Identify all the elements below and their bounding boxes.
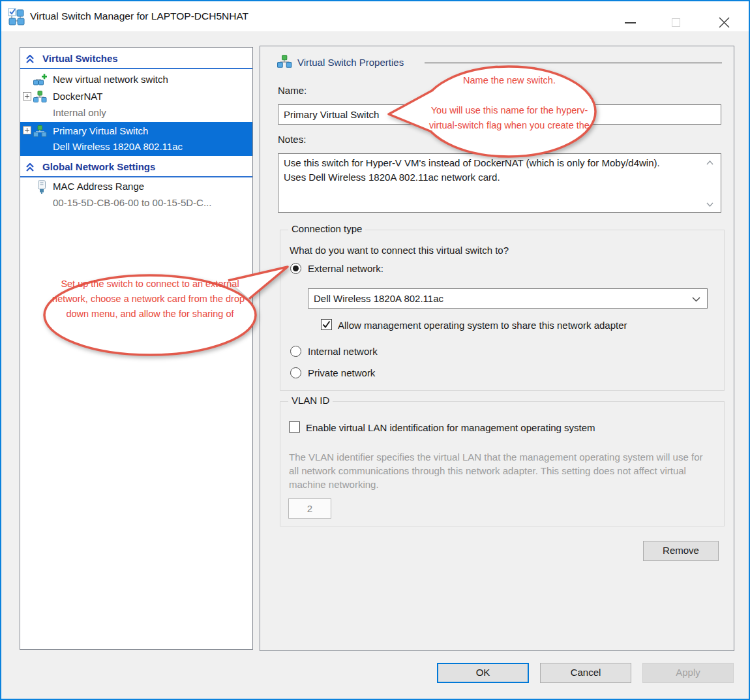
sidebar-item-label: MAC Address Range	[53, 178, 144, 195]
network-adapter-dropdown[interactable]: Dell Wireless 1820A 802.11ac	[308, 288, 708, 309]
external-network-label: External network:	[308, 262, 383, 276]
sidebar-item-new-switch[interactable]: New virtual network switch	[20, 71, 252, 88]
sidebar-item-primary-virtual-switch[interactable]: Primary Virtual Switch Dell Wireless 182…	[20, 122, 252, 156]
sidebar-item-label: New virtual network switch	[53, 71, 168, 88]
vlan-id-legend: VLAN ID	[288, 395, 333, 406]
virtual-switch-icon	[33, 91, 47, 102]
collapse-icon[interactable]	[25, 55, 35, 63]
private-network-label: Private network	[308, 366, 375, 380]
internal-network-radio[interactable]	[290, 346, 301, 357]
notes-value: Use this switch for Hyper-V VM's instead…	[284, 156, 661, 185]
panel-title: Virtual Switch Properties	[297, 55, 404, 70]
sidebar-item-sub: Dell Wireless 1820A 802.11ac	[53, 139, 183, 155]
scroll-down-icon[interactable]	[706, 202, 713, 207]
sidebar-item-sub: Internal only	[53, 105, 106, 121]
name-input[interactable]	[278, 104, 721, 125]
vlan-id-input	[288, 498, 331, 519]
notes-textarea[interactable]: Use this switch for Hyper-V VM's instead…	[278, 153, 721, 213]
virtual-switch-icon	[33, 125, 47, 137]
collapse-icon[interactable]	[25, 163, 35, 172]
connection-type-group: Connection type What do you want to conn…	[280, 230, 725, 391]
remove-button[interactable]: Remove	[643, 541, 719, 561]
connection-question: What do you want to connect this virtual…	[290, 243, 509, 258]
private-network-radio[interactable]	[290, 367, 301, 378]
sidebar-item-dockernat[interactable]: DockerNAT	[20, 88, 252, 105]
section-header-global-network-settings: Global Network Settings	[42, 159, 155, 175]
expand-icon[interactable]	[23, 92, 31, 100]
internal-network-label: Internal network	[308, 344, 378, 359]
name-label: Name:	[278, 84, 307, 98]
share-adapter-checkbox[interactable]	[321, 319, 332, 330]
sidebar-item-label: DockerNAT	[53, 88, 102, 105]
vlan-id-group: VLAN ID Enable virtual LAN identificatio…	[280, 401, 725, 526]
app-icon	[8, 8, 26, 26]
window-title: Virtual Switch Manager for LAPTOP-DCH5NH…	[30, 1, 248, 31]
network-adapter-value: Dell Wireless 1820A 802.11ac	[308, 289, 707, 308]
dropdown-icon	[692, 297, 700, 302]
title-bar: Virtual Switch Manager for LAPTOP-DCH5NH…	[1, 1, 749, 31]
switches-tree: Virtual Switches New virtual network swi…	[20, 47, 253, 650]
cancel-button[interactable]: Cancel	[540, 663, 631, 683]
share-adapter-label: Allow management operating system to sha…	[338, 318, 627, 333]
section-header-virtual-switches: Virtual Switches	[42, 50, 118, 67]
maximize-icon	[672, 18, 680, 27]
close-icon[interactable]	[719, 17, 730, 28]
section-divider	[20, 68, 252, 69]
apply-button: Apply	[642, 663, 734, 683]
virtual-switch-icon	[277, 55, 292, 68]
connection-type-legend: Connection type	[288, 223, 365, 234]
expand-icon[interactable]	[23, 126, 31, 134]
properties-panel: Virtual Switch Properties Name: Notes: U…	[260, 46, 734, 651]
sidebar-item-label: Primary Virtual Switch	[53, 123, 148, 140]
checkmark-icon	[322, 320, 331, 329]
enable-vlan-checkbox[interactable]	[289, 421, 300, 433]
sidebar-item-mac-address-range[interactable]: MAC Address Range	[20, 178, 252, 195]
section-divider	[20, 176, 252, 177]
enable-vlan-label: Enable virtual LAN identification for ma…	[306, 421, 595, 435]
ok-button[interactable]: OK	[437, 663, 529, 683]
external-network-radio[interactable]	[290, 263, 301, 274]
new-switch-icon	[33, 74, 47, 85]
scroll-up-icon[interactable]	[706, 160, 713, 165]
minimize-icon[interactable]	[625, 22, 636, 23]
notes-label: Notes:	[278, 132, 306, 147]
sidebar-item-sub: 00-15-5D-CB-06-00 to 00-15-5D-C...	[53, 195, 211, 211]
virtual-switch-manager-window: Virtual Switch Manager for LAPTOP-DCH5NH…	[0, 0, 750, 700]
mac-icon	[37, 180, 46, 194]
header-rule	[425, 63, 722, 63]
vlan-description: The VLAN identifier specifies the virtua…	[289, 450, 704, 491]
